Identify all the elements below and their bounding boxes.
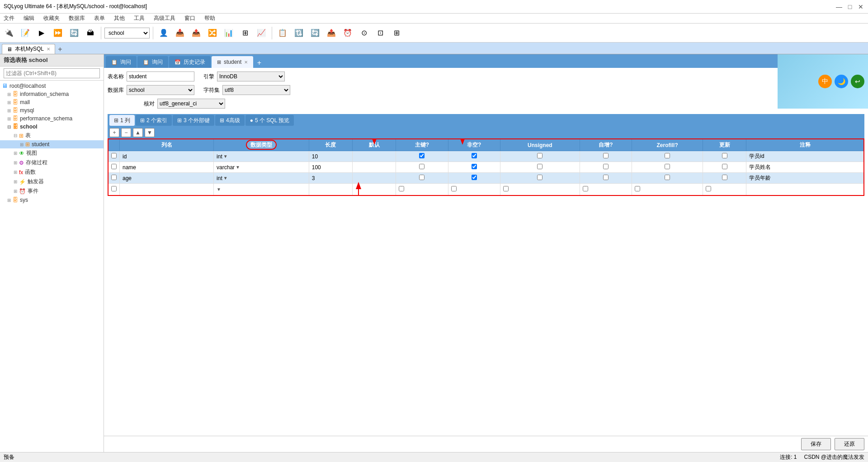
sync2-btn[interactable]: 🔄 xyxy=(308,26,322,40)
clock-btn[interactable]: ⏰ xyxy=(340,26,355,40)
menu-edit[interactable]: 编辑 xyxy=(22,14,36,23)
menu-window[interactable]: 窗口 xyxy=(183,14,197,23)
row-age-length-cell[interactable]: 3 xyxy=(309,173,352,184)
row-name-type-dropdown[interactable]: ▼ xyxy=(236,165,240,170)
row-empty-length[interactable] xyxy=(309,184,352,195)
row-id-notnull-cb[interactable] xyxy=(472,153,477,158)
run-btn[interactable]: ▶ xyxy=(34,26,49,40)
col-tab-fk[interactable]: ⊞ 3 个外部键 xyxy=(173,115,214,126)
collation-select[interactable]: utf8_general_ci xyxy=(157,99,225,109)
row-age-unsigned-cb[interactable] xyxy=(537,175,542,180)
new-connection-btn[interactable]: 🔌 xyxy=(2,26,16,40)
sync-btn[interactable]: 🔀 xyxy=(205,26,220,40)
tree-item-mall[interactable]: ⊞ 🗄 mall xyxy=(0,98,104,106)
close-btn[interactable]: ✕ xyxy=(857,3,864,10)
row-id-default-cell[interactable] xyxy=(352,151,396,162)
menu-other[interactable]: 其他 xyxy=(112,14,127,23)
connection-tab-close[interactable]: ✕ xyxy=(47,47,50,52)
tree-item-student[interactable]: ⊞ ⊞ student xyxy=(0,140,104,148)
row-id-length-cell[interactable]: 10 xyxy=(309,151,352,162)
tree-item-events[interactable]: ⊞ ⏰ 事件 xyxy=(0,186,104,196)
stop-btn[interactable]: ⏩ xyxy=(51,26,65,40)
remove-column-btn[interactable]: − xyxy=(121,128,131,137)
sync3-btn[interactable]: 📤 xyxy=(324,26,339,40)
row-age-name-cell[interactable]: age xyxy=(120,173,214,184)
row-name-primary-cb[interactable] xyxy=(419,164,425,169)
engine-select[interactable]: InnoDB xyxy=(217,71,285,81)
schema-btn[interactable]: 📊 xyxy=(222,26,236,40)
row-age-notnull-cb[interactable] xyxy=(472,175,477,180)
tab-history[interactable]: 📅 历史记录 xyxy=(169,56,211,68)
tree-item-tables[interactable]: ⊟ ⊞ 表 xyxy=(0,131,104,140)
row-empty-type-cell[interactable]: ▼ xyxy=(214,184,309,195)
row-name-comment-cell[interactable]: 学员姓名 xyxy=(746,162,864,173)
refresh-btn[interactable]: 🔄 xyxy=(67,26,81,40)
migrate-btn[interactable]: 🔃 xyxy=(292,26,306,40)
row-id-primary-cb[interactable] xyxy=(419,153,425,158)
row-empty-primary-cb[interactable] xyxy=(399,186,404,191)
student-tab-close[interactable]: ✕ xyxy=(244,60,248,65)
row-name-unsigned-cb[interactable] xyxy=(537,164,542,169)
database-select[interactable]: school xyxy=(127,85,194,95)
row-id-name-cell[interactable]: id xyxy=(120,151,214,162)
row-name-checkbox[interactable] xyxy=(111,164,117,169)
new-query-btn[interactable]: 📝 xyxy=(18,26,33,40)
row-age-checkbox[interactable] xyxy=(111,175,117,180)
export-btn[interactable]: 📤 xyxy=(189,26,203,40)
green-btn[interactable]: ↩ xyxy=(851,75,864,88)
row-id-type-dropdown[interactable]: ▼ xyxy=(223,154,228,159)
maximize-btn[interactable]: □ xyxy=(846,3,854,10)
col-tab-advanced[interactable]: ⊞ 4高级 xyxy=(215,115,245,126)
row-age-comment-cell[interactable]: 学员年龄 xyxy=(746,173,864,184)
row-empty-type-dropdown[interactable]: ▼ xyxy=(217,187,221,192)
row-empty-comment[interactable] xyxy=(746,184,864,195)
row-age-type-dropdown[interactable]: ▼ xyxy=(223,176,228,181)
menu-table[interactable]: 表单 xyxy=(92,14,107,23)
row-age-primary-cb[interactable] xyxy=(419,175,425,180)
backup-btn[interactable]: 🏔 xyxy=(83,26,98,40)
menu-advanced[interactable]: 高级工具 xyxy=(152,14,177,23)
grid2-btn[interactable]: ⊞ xyxy=(389,26,404,40)
user-btn[interactable]: 👤 xyxy=(156,26,171,40)
tree-item-procedures[interactable]: ⊞ ⚙ 存储过程 xyxy=(0,158,104,167)
tree-item-functions[interactable]: ⊞ fx 函数 xyxy=(0,167,104,177)
tree-item-school[interactable]: ⊟ 🗄 school xyxy=(0,123,104,131)
col-tab-indexes[interactable]: ⊞ 2 个索引 xyxy=(136,115,172,126)
row-empty-default[interactable] xyxy=(352,184,396,195)
menu-favorites[interactable]: 收藏夹 xyxy=(42,14,61,23)
menu-database[interactable]: 数据库 xyxy=(67,14,87,23)
row-id-autoinc-cb[interactable] xyxy=(603,153,609,158)
row-age-autoinc-cb[interactable] xyxy=(603,175,609,180)
orange-btn[interactable]: 中 xyxy=(818,75,832,88)
row-name-autoinc-cb[interactable] xyxy=(603,164,609,169)
tree-item-sys[interactable]: ⊞ 🗄 sys xyxy=(0,196,104,204)
circle-btn[interactable]: ⊙ xyxy=(357,26,371,40)
add-connection-btn[interactable]: + xyxy=(55,45,65,54)
row-name-update-cb[interactable] xyxy=(722,164,727,169)
row-empty-autoinc-cb[interactable] xyxy=(583,186,588,191)
tree-item-perf-schema[interactable]: ⊞ 🗄 performance_schema xyxy=(0,114,104,123)
minimize-btn[interactable]: — xyxy=(835,3,843,10)
row-name-type-cell[interactable]: varchar ▼ xyxy=(214,162,309,173)
tree-item-root[interactable]: 🖥 root@localhost xyxy=(0,81,104,90)
row-empty-zerofill-cb[interactable] xyxy=(635,186,640,191)
row-age-type-cell[interactable]: int ▼ xyxy=(214,173,309,184)
filter-input[interactable] xyxy=(4,68,100,78)
move-down-btn[interactable]: ▼ xyxy=(145,128,155,137)
row-empty-notnull-cb[interactable] xyxy=(451,186,457,191)
grid-btn[interactable]: ⊞ xyxy=(238,26,252,40)
tab-query2[interactable]: 📋 询问 xyxy=(137,56,168,68)
row-id-checkbox[interactable] xyxy=(111,153,117,158)
row-empty-update-cb[interactable] xyxy=(706,186,711,191)
restore-button[interactable]: 还原 xyxy=(835,438,864,450)
menu-file[interactable]: 文件 xyxy=(2,14,16,23)
row-name-notnull-cb[interactable] xyxy=(472,164,477,169)
col-tab-columns[interactable]: ⊞ 1 列 xyxy=(109,115,135,126)
save-button[interactable]: 保存 xyxy=(801,438,831,450)
row-name-default-cell[interactable] xyxy=(352,162,396,173)
tab-student[interactable]: ⊞ student ✕ xyxy=(212,56,253,68)
row-empty-name-cell[interactable] xyxy=(120,184,214,195)
copy-db-btn[interactable]: 📋 xyxy=(275,26,290,40)
tree-item-mysql[interactable]: ⊞ 🗄 mysql xyxy=(0,106,104,114)
connection-tab-local[interactable]: 🖥 本机MySQL ✕ xyxy=(2,44,55,54)
